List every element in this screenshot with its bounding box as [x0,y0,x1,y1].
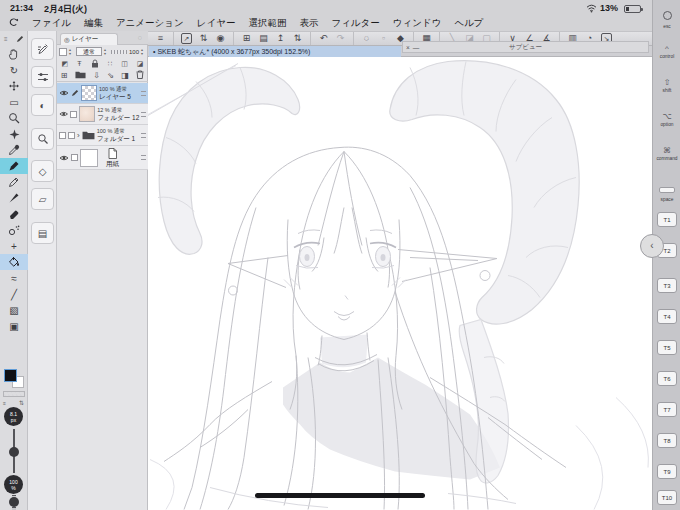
export-icon[interactable]: ↥ [272,32,289,45]
size-panel-menu-icon[interactable]: ≡ [3,400,6,406]
layer-name[interactable]: 用紙 [106,160,119,167]
paper-thumbnail[interactable] [80,149,98,167]
new-folder-icon[interactable] [75,70,86,81]
t6-key[interactable]: T6 [657,371,677,386]
canvas-artwork[interactable] [148,57,652,510]
share-icon[interactable]: ↗ [181,33,192,44]
layer-drag-grip[interactable] [141,155,146,160]
rotate-tool[interactable]: ↻ [0,62,28,78]
delete-layer-icon[interactable] [136,70,144,81]
layer-row-folder1[interactable]: › 100 % 通常 フォルダー 1 [57,125,148,146]
layer-name[interactable]: レイヤー 5 [99,93,131,100]
show-hide-icon[interactable]: ◉ [212,32,229,45]
create-mask-icon[interactable]: ◨ [121,71,129,80]
navigator-palette-icon[interactable]: ◇ [31,160,54,182]
menu-help[interactable]: ヘルプ [454,17,483,30]
foreground-color-swatch[interactable] [4,369,17,382]
blend-mode-stepper[interactable]: ▴▾ [104,48,109,55]
brush-opacity-slider-knob[interactable] [9,497,19,507]
blend-mode-select[interactable]: 通常 [76,47,102,56]
transfer-down-icon[interactable]: ⇩ [93,71,100,80]
pencil-tool[interactable] [0,174,28,190]
brush-size-indicator[interactable]: 8.1 px [4,407,23,426]
menu-view[interactable]: 表示 [299,17,318,30]
menu-layer[interactable]: レイヤー [197,17,236,30]
t8-key[interactable]: T8 [657,433,677,448]
option-key[interactable]: ⌥ option [653,112,680,128]
home-indicator[interactable] [255,493,425,498]
open-file-icon[interactable]: ▤ [255,32,272,45]
folder-expand-caret[interactable]: › [77,131,80,140]
enable-mask-icon[interactable]: ∷ [108,60,112,68]
visibility-eye-icon[interactable] [59,89,69,97]
t1-key[interactable]: T1 [657,212,677,227]
new-canvas-icon[interactable]: ⊞ [238,32,255,45]
subview-minimize-icon[interactable]: — [413,44,420,51]
visibility-eye-icon[interactable] [59,110,68,118]
layer-color-stepper[interactable]: ▴▾ [69,48,74,55]
layer-drag-grip[interactable] [141,112,146,117]
canvas-area[interactable] [148,57,652,510]
layer-opacity-stepper[interactable]: ▴▾ [141,48,146,55]
color-set-palette-icon[interactable]: ◐ [31,94,54,116]
frame-tool[interactable]: ▣ [0,318,28,334]
layer-color-swatch[interactable] [59,48,67,56]
layer-opacity-slider[interactable] [111,50,127,54]
brush-opacity-indicator[interactable]: 100 % [4,475,23,494]
layers-tab[interactable]: ◎ レイヤー [60,33,118,45]
control-key[interactable]: ^ control [653,44,680,60]
visibility-checkbox[interactable] [59,132,66,139]
menu-window[interactable]: ウィンドウ [393,17,442,30]
zoom-tool[interactable] [0,110,28,126]
auto-select-tool[interactable] [0,126,28,142]
t3-key[interactable]: T3 [657,278,677,293]
edit-target-checkbox[interactable] [68,132,75,139]
edit-target-checkbox[interactable] [70,111,77,118]
app-logo-icon[interactable] [8,17,19,30]
lock-layer-icon[interactable] [91,59,99,69]
panel-toggle2-icon[interactable]: ⇅ [289,32,306,45]
lock-alpha-icon[interactable]: Ŧ [77,60,81,67]
layer-name[interactable]: フォルダー 12 [97,114,139,121]
decoration-tool[interactable]: + [0,238,28,254]
layer-name[interactable]: フォルダー 1 [97,135,136,142]
space-key[interactable]: space [653,179,680,203]
command-key[interactable]: ⌘ command [653,146,680,162]
clipping-icon[interactable]: ◩ [62,60,69,68]
ruler-snap-icon[interactable]: ◫ [121,60,128,68]
layer-thumbnail[interactable] [81,85,97,101]
layer-drag-grip[interactable] [141,133,146,138]
t5-key[interactable]: T5 [657,340,677,355]
marquee-tool[interactable]: ▭ [0,94,28,110]
panel-toggle-icon[interactable]: ⇅ [195,32,212,45]
fill-tool[interactable] [0,254,28,270]
new-layer-icon[interactable]: ⊞ [61,71,68,80]
transparent-color-swatch[interactable] [3,391,25,397]
shift-key[interactable]: ⇧ shift [653,78,680,94]
eyedropper-tool[interactable] [0,142,28,158]
t9-key[interactable]: T9 [657,464,677,479]
tool-palette-menu-icon[interactable]: ≡ [4,36,8,42]
edge-keyboard-handle[interactable]: ‹ [640,234,664,258]
eraser-tool[interactable] [0,206,28,222]
layer-thumbnail[interactable] [79,106,95,122]
deselect-icon[interactable]: ▫ [375,32,392,45]
material-palette-icon[interactable]: ▤ [31,222,54,244]
layer-drag-grip[interactable] [141,91,146,96]
t10-key[interactable]: T10 [657,490,677,505]
layer-search-tab-icon[interactable]: ◌ [138,34,142,41]
edit-target-checkbox[interactable] [71,154,78,161]
size-panel-updown-icon[interactable]: ⇅ [19,399,24,406]
pen-tool[interactable] [0,158,28,174]
redo-icon[interactable]: ↷ [332,32,349,45]
tool-property-palette-icon[interactable] [31,38,54,60]
pan-tool[interactable] [0,46,28,62]
undo-icon[interactable]: ↶ [315,32,332,45]
tool-palette-header[interactable]: ≡ [0,31,28,46]
menu-selection[interactable]: 選択範囲 [248,17,286,30]
layer-row-folder12[interactable]: 12 % 通常 フォルダー 12 [57,104,148,125]
menu-animation[interactable]: アニメーション [116,17,184,30]
link-mask-icon[interactable]: ◪ [137,60,144,68]
subview-palette-header[interactable]: × — サブビュー [402,41,649,53]
blend-tool[interactable]: ≈ [0,270,28,286]
